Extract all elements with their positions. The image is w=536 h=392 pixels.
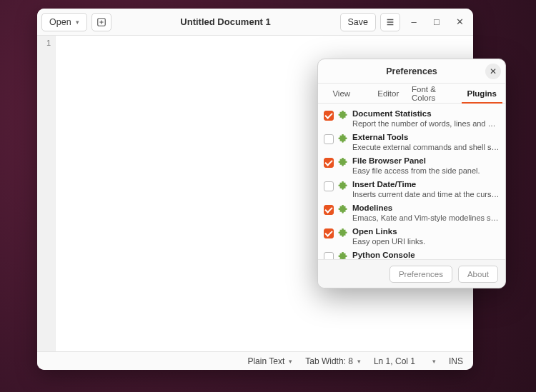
open-button[interactable]: Open ▾ [41, 13, 87, 31]
cursor-label: Ln 1, Col 1 [374, 356, 415, 366]
plugin-icon [338, 181, 348, 191]
plugin-icon [338, 158, 348, 168]
tab-view[interactable]: View [318, 84, 365, 103]
menu-button[interactable] [380, 13, 400, 31]
plugin-desc: Easy open URI links. [352, 237, 500, 246]
plugin-checkbox[interactable] [324, 228, 334, 238]
preferences-dialog: Preferences ✕ View Editor Font & Colors … [317, 59, 506, 288]
headerbar: Open ▾ Untitled Document 1 Save – □ ✕ [37, 9, 473, 36]
tab-plugins[interactable]: Plugins [459, 84, 506, 103]
plugin-row[interactable]: Python ConsoleInteractive Python console… [322, 249, 501, 259]
hamburger-icon [385, 17, 395, 27]
plugin-row[interactable]: External ToolsExecute external commands … [322, 131, 501, 155]
new-tab-icon [96, 17, 106, 27]
plugin-text: Python ConsoleInteractive Python console… [352, 251, 500, 259]
plugin-icon [338, 228, 348, 238]
plugin-preferences-button[interactable]: Preferences [389, 266, 452, 283]
chevron-down-icon: ▾ [357, 358, 361, 365]
dialog-footer: Preferences About [318, 259, 505, 288]
plugin-icon [338, 111, 348, 121]
plugin-icon [338, 252, 348, 259]
plugin-checkbox[interactable] [324, 181, 334, 191]
plugin-row[interactable]: Document StatisticsReport the number of … [322, 108, 501, 131]
plugin-row[interactable]: Open LinksEasy open URI links. [322, 226, 501, 249]
tabwidth-label: Tab Width: 8 [305, 356, 353, 366]
plugin-desc: Report the number of words, lines and ch… [352, 119, 500, 129]
new-tab-button[interactable] [91, 13, 111, 31]
plugin-icon [338, 134, 348, 144]
plugin-checkbox[interactable] [324, 252, 334, 259]
statusbar: Plain Text ▾ Tab Width: 8 ▾ Ln 1, Col 1 … [37, 351, 473, 370]
plugin-desc: Inserts current date and time at the cur… [352, 190, 500, 199]
plugin-list[interactable]: Document StatisticsReport the number of … [318, 104, 505, 259]
plugin-text: Insert Date/TimeInserts current date and… [352, 180, 500, 199]
tabwidth-selector[interactable]: Tab Width: 8 ▾ [305, 356, 361, 366]
plugin-desc: Emacs, Kate and Vim-style modelines supp… [352, 213, 500, 223]
plugin-name: Insert Date/Time [352, 180, 500, 190]
chevron-down-icon: ▾ [432, 358, 436, 365]
plugin-text: File Browser PanelEasy file access from … [352, 156, 500, 176]
plugin-checkbox[interactable] [324, 158, 334, 168]
plugin-row[interactable]: Insert Date/TimeInserts current date and… [322, 179, 501, 202]
close-icon: ✕ [490, 66, 497, 76]
plugin-name: External Tools [352, 133, 500, 143]
cursor-indicator[interactable]: Ln 1, Col 1 ▾ [374, 356, 436, 366]
plugin-text: ModelinesEmacs, Kate and Vim-style model… [352, 203, 500, 223]
dialog-header: Preferences ✕ [318, 59, 505, 84]
window-title: Untitled Document 1 [116, 16, 336, 27]
plugin-desc: Execute external commands and shell scri… [352, 143, 500, 152]
plugin-name: Open Links [352, 227, 500, 237]
save-label: Save [348, 17, 369, 27]
minimize-button[interactable]: – [405, 13, 423, 31]
save-button[interactable]: Save [340, 13, 377, 31]
close-button[interactable]: ✕ [450, 13, 469, 31]
plugin-desc: Easy file access from the side panel. [352, 166, 500, 176]
dialog-title: Preferences [386, 66, 437, 76]
plugin-row[interactable]: File Browser PanelEasy file access from … [322, 155, 501, 179]
plugin-icon [338, 205, 348, 215]
insert-mode[interactable]: INS [449, 356, 463, 366]
syntax-label: Plain Text [247, 356, 284, 366]
dialog-tabs: View Editor Font & Colors Plugins [318, 84, 505, 104]
syntax-selector[interactable]: Plain Text ▾ [247, 356, 292, 366]
maximize-button[interactable]: □ [427, 13, 446, 31]
plugin-name: Python Console [352, 251, 500, 259]
plugin-text: External ToolsExecute external commands … [352, 133, 500, 152]
plugin-name: Document Statistics [352, 109, 500, 119]
gutter-line-number: 1 [37, 39, 51, 47]
plugin-checkbox[interactable] [324, 111, 334, 121]
plugin-text: Open LinksEasy open URI links. [352, 227, 500, 246]
plugin-text: Document StatisticsReport the number of … [352, 109, 500, 129]
open-label: Open [49, 17, 71, 27]
plugin-name: File Browser Panel [352, 156, 500, 166]
plugin-checkbox[interactable] [324, 134, 334, 144]
plugin-checkbox[interactable] [324, 205, 334, 215]
plugin-row[interactable]: ModelinesEmacs, Kate and Vim-style model… [322, 202, 501, 226]
tab-fonts[interactable]: Font & Colors [412, 84, 459, 103]
dialog-close-button[interactable]: ✕ [485, 64, 501, 79]
chevron-down-icon: ▾ [76, 19, 79, 26]
plugin-name: Modelines [352, 203, 500, 213]
chevron-down-icon: ▾ [289, 358, 292, 365]
tab-editor[interactable]: Editor [365, 84, 412, 103]
plugin-about-button[interactable]: About [458, 266, 498, 283]
gutter: 1 [37, 36, 56, 351]
